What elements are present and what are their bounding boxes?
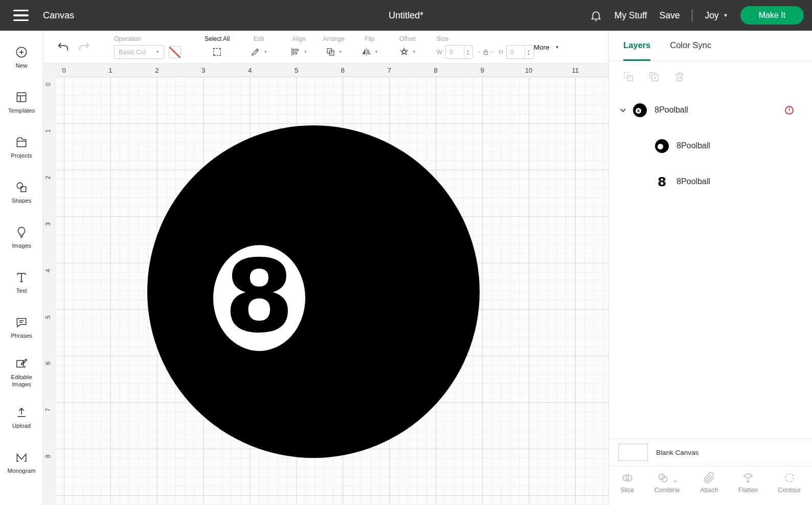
align-icon bbox=[290, 47, 301, 57]
layer-list: 8 8Poolball 8Poolball 8 8Poolball bbox=[609, 92, 812, 200]
operation-label: Operation bbox=[114, 35, 181, 42]
redo-button[interactable] bbox=[78, 41, 91, 54]
layer-row-circle[interactable]: 8Poolball bbox=[609, 128, 812, 164]
sidebar-item-projects[interactable]: Projects bbox=[0, 125, 43, 170]
eight-ball-shape[interactable]: 8 bbox=[147, 125, 480, 458]
canvas-menu-label[interactable]: Canvas bbox=[43, 10, 74, 21]
sidebar-item-new[interactable]: New bbox=[0, 35, 43, 80]
arrange-group: Arrange ▼ bbox=[323, 35, 345, 59]
chevron-down-icon: ▼ bbox=[412, 50, 416, 54]
arrange-icon bbox=[325, 47, 336, 57]
height-stepper[interactable]: ▲▼ bbox=[525, 46, 532, 58]
topbar-divider bbox=[692, 9, 692, 21]
combine-button[interactable]: ▼ Combine bbox=[655, 472, 680, 505]
sidebar-item-editable-images[interactable]: Editable Images bbox=[0, 350, 43, 395]
layers-footer-toolbar: Slice ▼ Combine Attach Flatten Contour bbox=[609, 466, 812, 505]
sidebar-item-templates[interactable]: Templates bbox=[0, 80, 43, 125]
arrange-dropdown[interactable]: ▼ bbox=[325, 45, 343, 59]
new-plus-icon bbox=[15, 46, 28, 59]
more-dropdown[interactable]: More ▼ bbox=[534, 43, 559, 51]
size-label: Size bbox=[437, 35, 534, 42]
width-stepper[interactable]: ▲▼ bbox=[464, 46, 471, 58]
width-input-wrap: ▲▼ bbox=[445, 45, 473, 59]
chevron-down-icon: ▼ bbox=[155, 50, 160, 54]
canvas-grid[interactable]: 8 bbox=[56, 77, 608, 505]
arrange-label: Arrange bbox=[323, 35, 345, 42]
select-all-group: Select All bbox=[205, 35, 230, 59]
my-stuff-link[interactable]: My Stuff bbox=[615, 10, 647, 21]
layer-row-eight[interactable]: 8 8Poolball bbox=[609, 164, 812, 200]
select-all-button[interactable]: Select All bbox=[205, 35, 230, 42]
more-label: More bbox=[534, 43, 550, 51]
offset-icon bbox=[399, 47, 410, 57]
save-button[interactable]: Save bbox=[659, 10, 680, 21]
sidebar-item-upload[interactable]: Upload bbox=[0, 395, 43, 440]
tab-color-sync[interactable]: Color Sync bbox=[670, 31, 711, 61]
slice-icon bbox=[621, 472, 634, 484]
height-input[interactable] bbox=[507, 46, 525, 58]
edit-label: Edit bbox=[254, 35, 264, 42]
sidebar-item-shapes[interactable]: Shapes bbox=[0, 170, 43, 215]
undo-icon bbox=[57, 41, 70, 54]
sidebar-item-text[interactable]: Text bbox=[0, 260, 43, 305]
layers-panel: Layers Color Sync 8 8Poolball 8 bbox=[608, 31, 812, 505]
sidebar-item-monogram[interactable]: Monogram bbox=[0, 440, 43, 485]
flip-dropdown[interactable]: ▼ bbox=[361, 45, 378, 59]
layer-thumbnail-circle bbox=[655, 139, 669, 153]
templates-icon bbox=[15, 91, 28, 104]
duplicate-icon bbox=[648, 71, 660, 83]
images-icon bbox=[15, 226, 28, 239]
duplicate-button[interactable] bbox=[648, 71, 660, 83]
group-button[interactable] bbox=[622, 71, 635, 83]
size-lock[interactable] bbox=[477, 48, 495, 56]
left-sidebar: New Templates Projects Shapes Images Tex… bbox=[0, 31, 43, 505]
offset-label: Offset bbox=[399, 35, 416, 42]
phrases-icon bbox=[15, 316, 28, 329]
delete-button[interactable] bbox=[673, 71, 686, 83]
horizontal-ruler: 0 1 2 3 4 5 6 7 8 9 10 11 bbox=[56, 64, 608, 77]
hamburger-menu-icon[interactable] bbox=[13, 10, 29, 21]
layer-row-group[interactable]: 8 8Poolball bbox=[609, 92, 812, 128]
machine-selector[interactable]: Joy ▼ bbox=[705, 10, 728, 21]
sidebar-item-images[interactable]: Images bbox=[0, 215, 43, 260]
width-input[interactable] bbox=[446, 46, 464, 58]
layer-name: 8Poolball bbox=[655, 105, 688, 115]
edit-toolbar: Operation Basic Cut ▼ Select All Edit ▼ bbox=[43, 31, 608, 64]
edit-pencil-icon bbox=[250, 47, 261, 57]
warning-icon[interactable] bbox=[784, 105, 795, 116]
operation-color-swatch[interactable] bbox=[169, 46, 181, 58]
chevron-down-icon[interactable] bbox=[619, 106, 627, 114]
align-dropdown[interactable]: ▼ bbox=[290, 45, 307, 59]
canvas-area: 0 1 2 3 4 5 6 7 8 9 10 11 0 1 2 3 4 5 6 … bbox=[43, 64, 608, 505]
combine-icon bbox=[657, 472, 669, 484]
blank-canvas-row[interactable]: Blank Canvas bbox=[609, 438, 812, 466]
contour-button[interactable]: Contour bbox=[778, 472, 800, 505]
operation-value: Basic Cut bbox=[119, 49, 146, 56]
layer-thumbnail-eight: 8 bbox=[655, 174, 669, 189]
slice-button[interactable]: Slice bbox=[620, 472, 634, 505]
eight-ball-white-circle: 8 bbox=[213, 245, 305, 351]
select-all-icon[interactable] bbox=[211, 46, 223, 58]
offset-dropdown[interactable]: ▼ bbox=[399, 45, 416, 59]
align-group: Align ▼ bbox=[290, 35, 307, 59]
operation-select[interactable]: Basic Cut ▼ bbox=[114, 45, 164, 59]
flip-icon bbox=[361, 47, 372, 57]
shapes-icon bbox=[15, 181, 28, 194]
undo-button[interactable] bbox=[57, 41, 70, 54]
height-input-wrap: ▲▼ bbox=[506, 45, 534, 59]
blank-canvas-thumbnail bbox=[618, 444, 648, 461]
machine-name: Joy bbox=[705, 10, 718, 21]
attach-icon bbox=[703, 472, 715, 484]
tab-layers[interactable]: Layers bbox=[623, 31, 650, 61]
attach-button[interactable]: Attach bbox=[700, 472, 718, 505]
make-it-button[interactable]: Make It bbox=[740, 6, 804, 25]
flatten-button[interactable]: Flatten bbox=[738, 472, 758, 505]
notifications-bell-icon[interactable] bbox=[590, 9, 602, 22]
chevron-down-icon: ▼ bbox=[724, 13, 728, 18]
edit-group: Edit ▼ bbox=[250, 35, 267, 59]
chevron-down-icon: ▼ bbox=[263, 50, 267, 54]
text-icon bbox=[15, 271, 28, 284]
layer-name: 8Poolball bbox=[676, 141, 710, 150]
sidebar-item-phrases[interactable]: Phrases bbox=[0, 305, 43, 350]
edit-dropdown[interactable]: ▼ bbox=[250, 45, 267, 59]
